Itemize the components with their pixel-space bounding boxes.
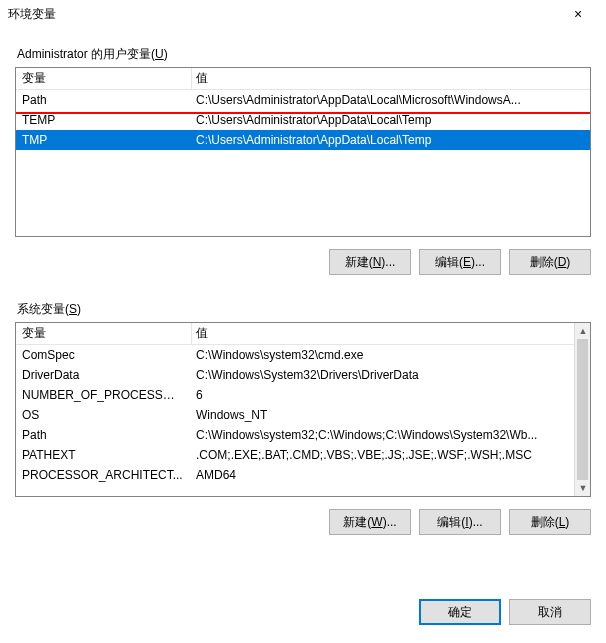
system-vars-scrollbar[interactable]: ▲ ▼ — [574, 323, 590, 496]
table-row[interactable]: ComSpecC:\Windows\system32\cmd.exe — [16, 345, 574, 365]
btn-tail: ) — [566, 255, 570, 269]
user-edit-button[interactable]: 编辑(E)... — [419, 249, 501, 275]
var-value: C:\Windows\System32\Drivers\DriverData — [192, 368, 574, 382]
table-row[interactable]: OSWindows_NT — [16, 405, 574, 425]
var-name: PATHEXT — [22, 448, 192, 462]
table-row[interactable]: Path C:\Users\Administrator\AppData\Loca… — [16, 90, 590, 110]
btn-hotkey: D — [558, 255, 567, 269]
scroll-track[interactable] — [575, 339, 590, 480]
system-vars-label-hotkey: S — [69, 302, 77, 316]
table-row[interactable]: PROCESSOR_ARCHITECT...AMD64 — [16, 465, 574, 485]
close-icon: × — [574, 6, 582, 22]
var-value: AMD64 — [192, 468, 574, 482]
btn-hotkey: L — [559, 515, 566, 529]
table-row[interactable]: TMP C:\Users\Administrator\AppData\Local… — [16, 130, 590, 150]
system-vars-header-var[interactable]: 变量 — [22, 323, 192, 344]
env-vars-dialog: 环境变量 × Administrator 的用户变量(U) 变量 值 Path … — [0, 0, 606, 643]
system-vars-header: 变量 值 — [16, 323, 590, 345]
dialog-body: Administrator 的用户变量(U) 变量 值 Path C:\User… — [0, 28, 606, 583]
var-name: PROCESSOR_ARCHITECT... — [22, 468, 192, 482]
cancel-button[interactable]: 取消 — [509, 599, 591, 625]
scroll-thumb[interactable] — [577, 339, 588, 480]
system-vars-label-prefix: 系统变量( — [17, 302, 69, 316]
user-delete-button[interactable]: 删除(D) — [509, 249, 591, 275]
table-row[interactable]: NUMBER_OF_PROCESSORS6 — [16, 385, 574, 405]
user-vars-listbox[interactable]: 变量 值 Path C:\Users\Administrator\AppData… — [15, 67, 591, 237]
user-vars-label-suffix: ) — [164, 47, 168, 61]
user-vars-header: 变量 值 — [16, 68, 590, 90]
btn-tail: ) — [565, 515, 569, 529]
btn-text: 删除( — [530, 254, 558, 271]
btn-tail: )... — [469, 515, 483, 529]
user-vars-label-hotkey: U — [155, 47, 164, 61]
var-value: 6 — [192, 388, 574, 402]
user-new-button[interactable]: 新建(N)... — [329, 249, 411, 275]
scroll-up-icon[interactable]: ▲ — [575, 323, 591, 339]
var-value: Windows_NT — [192, 408, 574, 422]
system-delete-button[interactable]: 删除(L) — [509, 509, 591, 535]
btn-hotkey: N — [373, 255, 382, 269]
var-name: NUMBER_OF_PROCESSORS — [22, 388, 192, 402]
var-name: Path — [22, 428, 192, 442]
var-name: ComSpec — [22, 348, 192, 362]
system-new-button[interactable]: 新建(W)... — [329, 509, 411, 535]
system-vars-label: 系统变量(S) — [17, 301, 591, 318]
var-value: C:\Windows\system32\cmd.exe — [192, 348, 574, 362]
user-vars-header-val[interactable]: 值 — [192, 70, 590, 87]
dialog-buttons: 确定 取消 — [0, 583, 606, 643]
btn-tail: )... — [383, 515, 397, 529]
btn-tail: )... — [381, 255, 395, 269]
user-vars-rows: Path C:\Users\Administrator\AppData\Loca… — [16, 90, 590, 150]
ok-button[interactable]: 确定 — [419, 599, 501, 625]
scroll-down-icon[interactable]: ▼ — [575, 480, 591, 496]
dialog-title: 环境变量 — [8, 6, 56, 23]
var-name: TEMP — [22, 113, 192, 127]
table-row[interactable]: TEMP C:\Users\Administrator\AppData\Loca… — [16, 110, 590, 130]
system-edit-button[interactable]: 编辑(I)... — [419, 509, 501, 535]
var-value: .COM;.EXE;.BAT;.CMD;.VBS;.VBE;.JS;.JSE;.… — [192, 448, 574, 462]
close-button[interactable]: × — [558, 2, 598, 26]
var-value: C:\Users\Administrator\AppData\Local\Tem… — [192, 133, 590, 147]
user-vars-label-prefix: Administrator 的用户变量( — [17, 47, 155, 61]
user-vars-buttons: 新建(N)... 编辑(E)... 删除(D) — [15, 249, 591, 275]
table-row[interactable]: DriverDataC:\Windows\System32\Drivers\Dr… — [16, 365, 574, 385]
var-value: C:\Users\Administrator\AppData\Local\Tem… — [192, 113, 590, 127]
btn-hotkey: E — [463, 255, 471, 269]
btn-text: 新建( — [343, 514, 371, 531]
system-vars-listbox[interactable]: 变量 值 ComSpecC:\Windows\system32\cmd.exe … — [15, 322, 591, 497]
system-vars-buttons: 新建(W)... 编辑(I)... 删除(L) — [15, 509, 591, 535]
user-vars-header-var[interactable]: 变量 — [22, 68, 192, 89]
var-name: TMP — [22, 133, 192, 147]
var-name: DriverData — [22, 368, 192, 382]
system-vars-label-suffix: ) — [77, 302, 81, 316]
var-name: Path — [22, 93, 192, 107]
table-row[interactable]: PathC:\Windows\system32;C:\Windows;C:\Wi… — [16, 425, 574, 445]
system-vars-rows: ComSpecC:\Windows\system32\cmd.exe Drive… — [16, 345, 590, 485]
var-value: C:\Users\Administrator\AppData\Local\Mic… — [192, 93, 590, 107]
var-value: C:\Windows\system32;C:\Windows;C:\Window… — [192, 428, 574, 442]
btn-text: 编辑( — [437, 514, 465, 531]
titlebar: 环境变量 × — [0, 0, 606, 28]
btn-tail: )... — [471, 255, 485, 269]
btn-text: 新建( — [345, 254, 373, 271]
system-vars-header-val[interactable]: 值 — [192, 325, 590, 342]
btn-text: 编辑( — [435, 254, 463, 271]
btn-text: 删除( — [531, 514, 559, 531]
var-name: OS — [22, 408, 192, 422]
user-vars-label: Administrator 的用户变量(U) — [17, 46, 591, 63]
table-row[interactable]: PATHEXT.COM;.EXE;.BAT;.CMD;.VBS;.VBE;.JS… — [16, 445, 574, 465]
btn-hotkey: W — [371, 515, 382, 529]
